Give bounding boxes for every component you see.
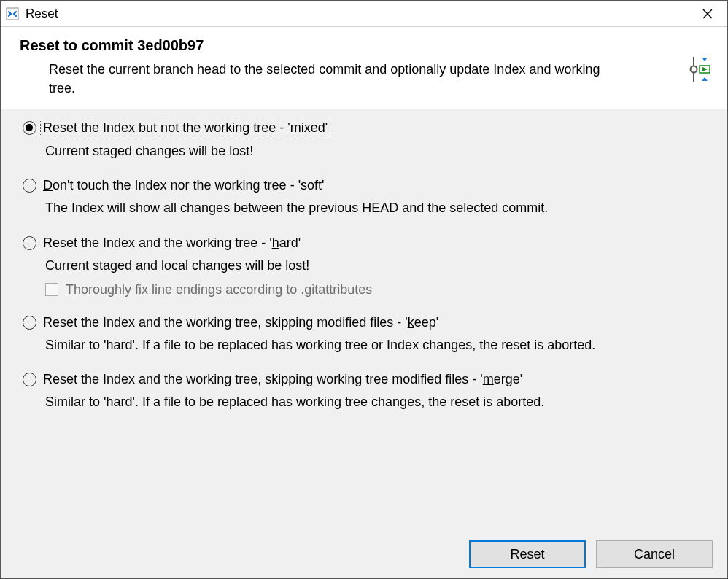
option-merge: Reset the Index and the working tree, sk…: [23, 372, 713, 411]
page-description: Reset the current branch head to the sel…: [49, 60, 618, 98]
option-mixed: Reset the Index but not the working tree…: [23, 120, 713, 160]
option-keep: Reset the Index and the working tree, sk…: [23, 315, 713, 354]
desc-mixed: Current staged changes will be lost!: [45, 142, 713, 160]
option-hard: Reset the Index and the working tree - '…: [23, 236, 713, 298]
option-soft-row[interactable]: Don't touch the Index nor the working tr…: [23, 178, 713, 193]
app-icon: [5, 7, 20, 21]
option-mixed-row[interactable]: Reset the Index but not the working tree…: [23, 120, 713, 136]
reset-dialog: Reset Reset to commit 3ed00b97 Reset the…: [0, 0, 728, 579]
dialog-header: Reset to commit 3ed00b97 Reset the curre…: [1, 27, 727, 109]
option-merge-row[interactable]: Reset the Index and the working tree, sk…: [23, 372, 713, 387]
label-hard[interactable]: Reset the Index and the working tree - '…: [43, 236, 301, 251]
label-line-endings: Thoroughly fix line endings according to…: [66, 282, 372, 298]
options-container: Reset the Index but not the working tree…: [1, 109, 727, 533]
svg-point-4: [691, 66, 697, 73]
desc-hard: Current staged and local changes will be…: [45, 257, 713, 275]
cancel-button[interactable]: Cancel: [596, 540, 713, 568]
reset-button[interactable]: Reset: [469, 540, 586, 568]
checkbox-line-endings: [45, 283, 58, 296]
desc-keep: Similar to 'hard'. If a file to be repla…: [45, 336, 713, 354]
option-soft: Don't touch the Index nor the working tr…: [23, 178, 713, 217]
radio-soft[interactable]: [23, 179, 36, 193]
line-endings-row: Thoroughly fix line endings according to…: [45, 282, 713, 298]
radio-mixed[interactable]: [23, 121, 36, 135]
desc-merge: Similar to 'hard'. If a file to be repla…: [45, 393, 713, 411]
radio-hard[interactable]: [23, 236, 36, 250]
radio-merge[interactable]: [23, 373, 36, 386]
label-merge[interactable]: Reset the Index and the working tree, sk…: [43, 372, 522, 387]
window-title: Reset: [26, 7, 691, 21]
desc-soft: The Index will show all changes between …: [45, 199, 713, 217]
label-soft[interactable]: Don't touch the Index nor the working tr…: [43, 178, 325, 193]
svg-rect-0: [7, 8, 18, 20]
option-keep-row[interactable]: Reset the Index and the working tree, sk…: [23, 315, 713, 330]
label-mixed[interactable]: Reset the Index but not the working tree…: [40, 120, 330, 136]
option-hard-row[interactable]: Reset the Index and the working tree - '…: [23, 236, 713, 251]
radio-keep[interactable]: [23, 316, 36, 330]
header-text: Reset to commit 3ed00b97 Reset the curre…: [20, 37, 684, 98]
titlebar: Reset: [1, 1, 727, 27]
page-title: Reset to commit 3ed00b97: [20, 37, 684, 54]
close-button[interactable]: [691, 2, 724, 26]
reset-graph-icon: [684, 55, 713, 84]
label-keep[interactable]: Reset the Index and the working tree, sk…: [43, 315, 438, 330]
dialog-footer: Reset Cancel: [1, 533, 727, 578]
